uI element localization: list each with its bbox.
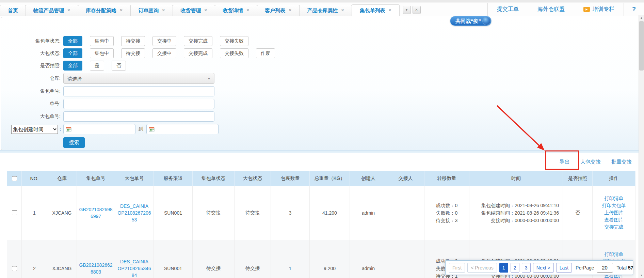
big-bag-status-option-pending[interactable]: 待交接 <box>121 48 145 58</box>
menu-label: 培训专栏 <box>593 6 614 13</box>
select-all-checkbox[interactable] <box>12 176 17 181</box>
pagination-next-button[interactable]: Next > <box>533 263 554 273</box>
date-to-field[interactable] <box>146 124 219 134</box>
bag-status-option-done[interactable]: 交接完成 <box>184 36 212 46</box>
tab-customer-list[interactable]: 客户列表✕ <box>257 5 300 16</box>
table-header-row: NO. 仓库 集包单号 大包单号 服务渠道 集包单状态 大包状态 包裹数量 总重… <box>7 171 635 186</box>
row-checkbox[interactable] <box>12 266 17 271</box>
tab-close-icon[interactable]: ✕ <box>388 5 391 16</box>
photo-option-yes[interactable]: 是 <box>90 61 104 71</box>
date-from-input[interactable] <box>74 125 135 134</box>
scroll-up-icon[interactable]: ▲ <box>639 15 644 20</box>
big-bag-no-input[interactable] <box>63 111 214 122</box>
batch-handover-link[interactable]: 批量交接 <box>611 159 632 165</box>
tab-controls: ▼ ✕ <box>403 6 421 14</box>
campaign-badge[interactable]: 共同战“疫” <box>450 16 492 26</box>
perpage-input[interactable] <box>597 263 613 273</box>
tab-close-icon[interactable]: ✕ <box>67 5 70 16</box>
big-bag-no-link[interactable]: DES_CAINIA OP210826534684 <box>117 258 151 278</box>
big-bag-name: DES_CAINIA <box>117 258 151 265</box>
date-to-input[interactable] <box>157 125 218 134</box>
view-image-link[interactable]: 查看图片 <box>593 216 634 223</box>
pagination-last-button[interactable]: Last <box>556 263 572 273</box>
header-bag-status: 集包单状态 <box>193 171 235 186</box>
big-bag-code: OP210826534684 <box>117 265 151 278</box>
search-button[interactable]: 搜索 <box>63 137 85 148</box>
date-from-field[interactable] <box>63 124 135 134</box>
tab-close-icon[interactable]: ✕ <box>162 5 165 16</box>
time-value: 2021-08-26 09:41:10 <box>515 202 559 209</box>
pagination-first-button[interactable]: First <box>449 263 465 273</box>
big-bag-status-option-packing[interactable]: 集包中 <box>90 48 114 58</box>
tab-bar: 首页 物流产品管理✕ 库存分配策略✕ 订单查询✕ 收货管理✕ 收货详情✕ 客户列… <box>0 3 644 16</box>
print-list-link[interactable]: 打印清单 <box>593 195 634 202</box>
chevron-down-icon: ▼ <box>405 8 408 12</box>
tab-receiving-mgmt[interactable]: 收货管理✕ <box>173 5 215 16</box>
big-bag-status-option-all[interactable]: 全部 <box>63 48 82 58</box>
tab-close-icon[interactable]: ✕ <box>246 5 249 16</box>
tab-inventory-strategy[interactable]: 库存分配策略✕ <box>78 5 131 16</box>
tab-close-icon[interactable]: ✕ <box>341 5 344 16</box>
pagination-page-3[interactable]: 3 <box>522 263 531 273</box>
menu-label: 海外仓联盟 <box>537 6 565 13</box>
menu-submit-ticket[interactable]: 提交工单 <box>487 3 528 16</box>
header-transfer-qty: 转移数量 <box>424 171 469 186</box>
scroll-down-icon[interactable]: ▼ <box>639 273 644 278</box>
order-no-input[interactable] <box>63 99 214 109</box>
big-bag-status-option-failed[interactable]: 交接失败 <box>220 48 248 58</box>
tab-dropdown-button[interactable]: ▼ <box>403 6 411 14</box>
cell-package-qty: 1 <box>271 240 310 278</box>
tab-close-all-button[interactable]: ✕ <box>413 6 421 14</box>
cell-handover-person <box>387 240 424 278</box>
photo-option-all[interactable]: 全部 <box>63 61 82 71</box>
export-link[interactable]: 导出 <box>560 159 570 165</box>
cell-operation: 打印清单 打印大包单 上传图片 查看图片 交接完成 <box>593 186 635 240</box>
bag-status-option-failed[interactable]: 交接失败 <box>220 36 248 46</box>
filter-row-order-no: 单号: <box>1 99 643 109</box>
cell-creator: admin <box>350 240 387 278</box>
big-bag-status-option-handover[interactable]: 交接中 <box>152 48 176 58</box>
bag-no-link[interactable]: GB20210826626803 <box>79 262 113 275</box>
big-bag-status-option-done[interactable]: 交接完成 <box>184 48 212 58</box>
pagination-page-1[interactable]: 1 <box>499 263 508 273</box>
bag-status-option-packing[interactable]: 集包中 <box>90 36 114 46</box>
tab-close-icon[interactable]: ✕ <box>288 5 292 16</box>
big-bag-status-option-void[interactable]: 作废 <box>256 48 275 58</box>
tab-product-warehouse-attr[interactable]: 产品仓库属性✕ <box>299 5 352 16</box>
handover-done-link[interactable]: 交接完成 <box>593 223 634 231</box>
bag-no-input[interactable] <box>63 86 214 96</box>
upload-image-link[interactable]: 上传图片 <box>593 209 634 216</box>
print-big-bag-link[interactable]: 打印大包单 <box>593 202 634 209</box>
row-checkbox[interactable] <box>12 210 17 215</box>
pagination-page-2[interactable]: 2 <box>511 263 519 273</box>
pagination-prev-button[interactable]: < Previous <box>467 263 497 273</box>
list-toolbar: 导出 大包交接 批量交接 <box>0 153 644 171</box>
menu-overseas-alliance[interactable]: 海外仓联盟 <box>528 3 574 16</box>
bag-status-option-pending[interactable]: 待交接 <box>121 36 145 46</box>
bag-status-option-all[interactable]: 全部 <box>63 36 82 46</box>
bag-status-option-handover[interactable]: 交接中 <box>152 36 176 46</box>
tab-home[interactable]: 首页 <box>0 5 26 16</box>
print-list-link[interactable]: 打印清单 <box>593 251 634 258</box>
big-bag-no-link[interactable]: DES_CAINIA OP210826720653 <box>117 203 151 223</box>
big-bag-handover-link[interactable]: 大包交接 <box>580 159 601 165</box>
cell-warehouse: XJCANG <box>47 186 77 240</box>
vertical-scrollbar[interactable]: ▲ ▼ <box>639 15 644 278</box>
date-to-label: 到 <box>139 126 143 132</box>
calendar-icon <box>149 126 155 132</box>
date-type-select[interactable]: 集包创建时间 <box>11 125 58 134</box>
bag-no-link[interactable]: GB20210826986997 <box>79 206 113 220</box>
scrollbar-thumb[interactable] <box>639 21 644 71</box>
tab-close-icon[interactable]: ✕ <box>204 5 207 16</box>
cell-big-bag-no: DES_CAINIA OP210826534684 <box>115 240 154 278</box>
photo-option-no[interactable]: 否 <box>112 61 126 71</box>
filter-row-big-bag-status: 大包状态: 全部 集包中 待交接 交接中 交接完成 交接失败 作废 <box>1 48 643 58</box>
menu-help[interactable]: ? <box>624 3 644 16</box>
tab-logistics-products[interactable]: 物流产品管理✕ <box>26 5 78 16</box>
tab-close-icon[interactable]: ✕ <box>119 5 123 16</box>
menu-training[interactable]: ▶培训专栏 <box>574 3 624 16</box>
warehouse-select[interactable]: 请选择 ▼ <box>63 73 214 84</box>
tab-order-query[interactable]: 订单查询✕ <box>130 5 173 16</box>
tab-receiving-detail[interactable]: 收货详情✕ <box>215 5 257 16</box>
tab-bag-list-active[interactable]: 集包单列表✕ <box>352 4 399 16</box>
